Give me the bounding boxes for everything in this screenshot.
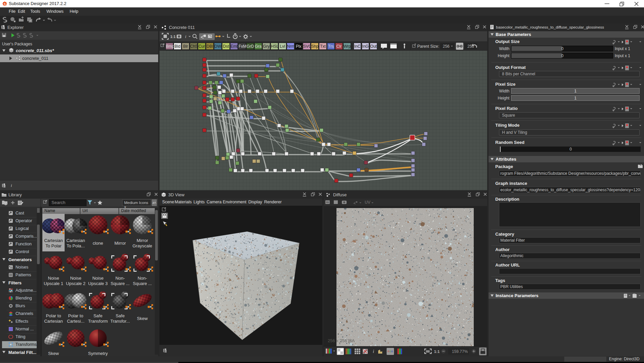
svg-text:R: R — [388, 350, 389, 353]
svg-text:B: B — [391, 350, 393, 353]
svg-text:i: i — [373, 349, 374, 354]
svg-text:UV: UV — [365, 200, 370, 205]
svg-text:i: i — [185, 34, 186, 39]
svg-text:159.77%: 159.77% — [452, 349, 468, 354]
svg-text:1:1: 1:1 — [170, 35, 176, 39]
svg-text:1:1: 1:1 — [434, 350, 440, 354]
svg-text:S: S — [4, 2, 6, 6]
svg-text:Parent Size:: Parent Size: — [417, 44, 439, 49]
svg-text:256: 256 — [443, 44, 450, 49]
svg-text:Ab: Ab — [326, 201, 329, 203]
